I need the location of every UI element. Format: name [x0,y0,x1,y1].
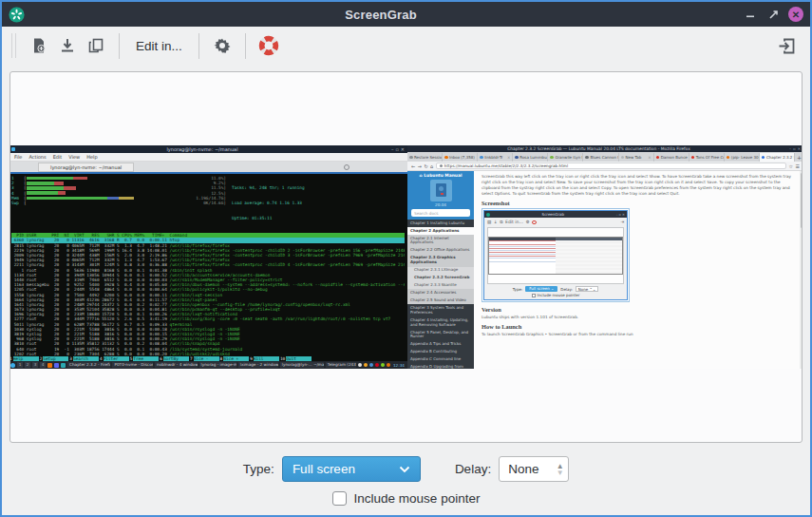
firefox-tab: Tons Of Free Co× [689,153,725,162]
launch-text: To launch ScreenGrab Graphics ‣ ScreenGr… [482,332,795,337]
tab-label: Inbox (7,358) [449,155,475,160]
help-button[interactable] [255,31,283,60]
fkey-label: Search [73,356,99,361]
manual-nav-item: Chapter 2.2 Office Applications [407,247,474,255]
terminal-titlebar: lynorag@lyn-nvme: ~/manual – ▫ ✕ [9,145,407,153]
embedded-delay-spin: None ⌃⌄ [576,286,598,292]
manual-nav-item: Chapter 2.3 Graphics Applications [407,255,474,267]
copy-button[interactable] [82,31,110,60]
screengrab-app-icon [9,7,25,23]
embedded-type-label: Type: [513,287,523,292]
manual-nav-item: Appendix C Command line [407,356,474,364]
taskbar-window-button: lximage - 2 windows [238,362,278,369]
include-pointer-checkbox[interactable] [332,491,347,506]
screenshot-preview-image: lynorag@lyn-nvme: ~/manual – ▫ ✕ FileAct… [9,145,803,369]
workspace-switcher: 2 [25,362,30,368]
firefox-tab: (pip- Leave 30+× [725,153,760,162]
titlebar: ScreenGrab ✕ [2,2,810,27]
htop-fkey: 9Kill [249,356,279,361]
embedded-delay-label: Delay: [560,287,573,292]
terminal-menubar: FileActionsEditViewHelp [9,153,407,162]
embedded-title: ScreenGrab [492,211,614,218]
tray-icon [364,363,368,367]
tab-label: Chapter 2.3.2 S [766,155,795,160]
close-button[interactable]: ✕ [788,7,803,22]
meter-label: Swp [11,201,24,205]
manual-nav-item: Chapter 2 Applications [407,227,474,235]
embedded-edit-in-label: Edit in... [505,220,523,224]
delay-spinbox[interactable]: None ▲ ▼ [499,456,569,482]
chevron-down-icon [399,466,410,473]
tab-favicon [444,156,448,160]
firefox-title: Chapter 2.3.2 ScreenGrab — Lubuntu Manua… [410,145,787,152]
taskbar-window-button: lynorag@lyn-... ~/manual [280,362,324,369]
fkey-number: 10 [279,356,286,361]
window-title: ScreenGrab [25,8,737,22]
toolbar-handle[interactable] [11,33,16,58]
htop-fkey: 3Search [68,356,99,361]
tray-icon [358,363,362,367]
firefox-tab: linkbldr-Tr× [478,153,513,162]
version-heading: Version [482,306,794,313]
process-command: /usr/lib/xorg/Xorg -core :0 -seat seat0 … [170,316,391,321]
firefox-urlbar: ← → ↻ ⌂ https://manual.lubuntu.me/stable… [407,162,803,171]
htop-meters: 1[11.0%]2[9.2%]3[11.5%]4[12.5%]Mem[1.19G… [11,176,405,230]
htop-uptime: Uptime: 01:35:11 [232,216,305,220]
tab-close-icon: × [648,155,651,160]
fkey-label: Nice + [223,356,249,361]
meter-segment [27,197,107,201]
type-delay-row: Type: Full screen Delay: None ▲ ▼ [2,456,810,482]
firefox-close-icon: ✕ [798,146,801,151]
fkey-label: Kill [254,356,279,361]
embedded-toolbar: ▤ ↓ ⧉ Edit in... ⚙ ⇥ [484,218,627,226]
tab-label: Rosa Lummbu [519,155,546,160]
new-screenshot-button[interactable] [25,31,53,60]
taskbar-window-button: noblnwdr - 4 windows [155,362,198,369]
launch-heading: How to Launch [482,323,794,330]
htop-fkey: 2Setup [39,356,69,361]
version-text: Lubuntu ships with version 1.101 of Scre… [482,315,795,320]
firefox-tab: Chapter 2.3.2 S× [760,153,795,162]
meter-segment [64,186,76,190]
workspace-switcher: 1 [17,362,23,368]
embedded-app-icon [486,213,490,217]
fkey-label: Filter [104,356,129,361]
article-paragraph: ScreenGrab this way left click on the tr… [482,174,795,197]
meter-bar [27,191,182,195]
meter-segment [107,197,119,201]
meter-segment [73,177,87,181]
type-combobox[interactable]: Full screen [282,456,421,482]
delay-spin-buttons[interactable]: ▲ ▼ [552,457,568,481]
firefox-tab: Restore Session× [407,153,443,162]
embedded-type-combo: Full screen ⌄ [525,286,557,292]
home-icon: ⌂ [430,163,433,169]
tab-label: Blues Cannon h [590,155,618,160]
firefox-tab: Damon Bunce× [654,153,689,162]
embedded-new-icon: ▤ [487,220,491,224]
minimize-button[interactable] [741,5,760,24]
preview-firefox-monitor: Chapter 2.3.2 ScreenGrab — Lubuntu Manua… [407,145,803,369]
firefox-titlebar: Chapter 2.3.2 ScreenGrab — Lubuntu Manua… [407,145,803,152]
taskbar-clock: 12:34 [392,363,406,368]
gear-icon [214,37,231,54]
toolbar-separator [119,33,120,59]
tab-favicon [727,156,730,160]
quit-button[interactable] [772,31,801,60]
fkey-label: SortBy [163,356,189,361]
bookmark-icon: ☆ [789,163,793,169]
embedded-checkbox [532,294,536,297]
spin-down-icon[interactable]: ▼ [557,469,564,476]
settings-button[interactable] [208,31,236,60]
taskbar-window-button: Chapter 2.3.2 - Firefox [67,362,110,369]
workspace-switcher: 4 [40,362,46,368]
save-button[interactable] [53,31,82,60]
maximize-button[interactable] [764,5,783,24]
tab-label: (pip- Leave 30+ [731,155,760,160]
embedded-include-pointer: Include mouse pointer [484,293,627,297]
tray-icon [369,363,373,367]
download-icon [59,37,76,54]
tab-label: Damon Bunce [661,155,688,160]
sidebar-header: ⌂ Lubuntu Manual 20.04 Search docs [407,171,474,220]
embedded-screenshot-image: ScreenGrab – ▫ ✕ ▤ ↓ ⧉ Edit in... ⚙ [482,208,630,302]
edit-in-button[interactable]: Edit in... [128,31,190,60]
